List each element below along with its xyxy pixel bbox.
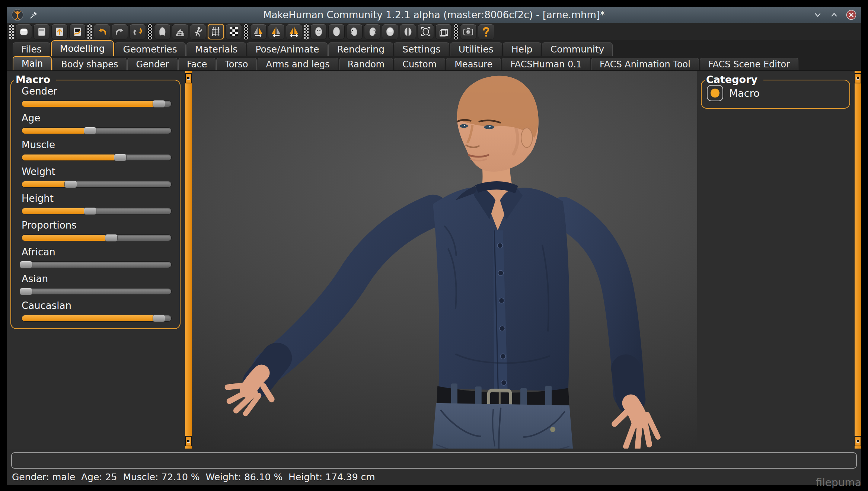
tab-custom[interactable]: Custom	[394, 58, 445, 70]
tab-pose-animate[interactable]: Pose/Animate	[247, 42, 328, 56]
symmetry-left-button[interactable]	[268, 24, 284, 39]
slider-handle[interactable]	[153, 100, 165, 108]
smooth-view-button[interactable]	[154, 24, 170, 39]
radio-button-selected[interactable]	[707, 85, 723, 101]
undo-button[interactable]	[94, 24, 110, 39]
close-window-button[interactable]	[846, 9, 857, 20]
left-splitter[interactable]	[185, 71, 192, 449]
grid-view-button[interactable]	[208, 24, 224, 39]
slider-handle[interactable]	[105, 234, 118, 242]
progress-bar	[11, 452, 857, 469]
view-left-button[interactable]	[346, 24, 363, 39]
shade-window-button[interactable]	[813, 10, 823, 20]
view-split-icon	[402, 26, 414, 37]
grab-screen-icon	[462, 26, 474, 38]
splitter-grip[interactable]	[855, 436, 861, 446]
save-model-button[interactable]	[51, 24, 68, 39]
tab-facs-scene-editor[interactable]: FACS Scene Editor	[700, 58, 798, 70]
pin-icon[interactable]	[29, 10, 39, 20]
titlebar[interactable]: MakeHuman Community 1.2.1 alpha (master:…	[7, 7, 861, 23]
tab-community[interactable]: Community	[542, 42, 613, 56]
splitter-grip[interactable]	[185, 436, 192, 446]
export-model-icon	[72, 26, 83, 37]
muscle-slider[interactable]	[22, 154, 172, 161]
age-slider[interactable]	[22, 127, 172, 134]
tab-measure[interactable]: Measure	[446, 58, 501, 70]
tab-rendering[interactable]: Rendering	[328, 42, 393, 56]
slider-proportions: Proportions	[16, 215, 175, 242]
slider-handle[interactable]	[114, 154, 127, 161]
symmetry-toggle-button[interactable]	[286, 24, 302, 39]
view-back-icon	[331, 26, 342, 37]
toolbar	[7, 23, 861, 40]
export-model-button[interactable]	[69, 24, 86, 39]
tab-random[interactable]: Random	[339, 58, 393, 70]
splitter-grip[interactable]	[185, 73, 192, 83]
radio-dot	[711, 89, 719, 98]
view-right-button[interactable]	[364, 24, 380, 39]
view-front-button[interactable]	[310, 24, 327, 39]
slider-caucasian: Caucasian	[16, 296, 175, 322]
reset-model-button[interactable]	[130, 24, 146, 39]
tab-torso[interactable]: Torso	[216, 58, 256, 70]
tab-body-shapes[interactable]: Body shapes	[52, 58, 127, 70]
slider-handle[interactable]	[64, 181, 77, 188]
symmetry-right-button[interactable]	[250, 24, 267, 39]
tab-modelling[interactable]: Modelling	[51, 40, 114, 56]
tab-settings[interactable]: Settings	[394, 42, 449, 56]
tab-help[interactable]: Help	[503, 42, 541, 56]
window-title: MakeHuman Community 1.2.1 alpha (master:…	[7, 9, 861, 20]
view-scene-box-button[interactable]	[435, 24, 452, 39]
slider-label: Gender	[22, 86, 172, 97]
slider-handle[interactable]	[84, 127, 96, 134]
asian-slider[interactable]	[22, 288, 172, 295]
macro-groupbox: Macro Gender Age Muscle	[10, 80, 181, 329]
tab-materials[interactable]: Materials	[186, 42, 246, 56]
viewport-3d[interactable]	[192, 71, 697, 449]
view-orthographic-button[interactable]	[418, 24, 434, 39]
tab-arms-and-legs[interactable]: Arms and legs	[258, 58, 338, 70]
pose-view-button[interactable]	[190, 24, 206, 39]
uv-checker-view-icon	[228, 26, 239, 37]
caucasian-slider[interactable]	[22, 315, 172, 322]
unshade-window-button[interactable]	[829, 10, 839, 20]
view-top-button[interactable]	[382, 24, 398, 39]
wireframe-view-button[interactable]	[172, 24, 188, 39]
load-model-button[interactable]	[33, 24, 50, 39]
right-splitter[interactable]	[855, 71, 861, 449]
view-back-button[interactable]	[328, 24, 345, 39]
tab-face[interactable]: Face	[178, 58, 216, 70]
tab-files[interactable]: Files	[13, 42, 50, 56]
pose-view-icon	[192, 26, 204, 37]
slider-handle[interactable]	[20, 288, 32, 295]
tab-utilities[interactable]: Utilities	[450, 42, 502, 56]
help-button[interactable]	[478, 24, 494, 39]
smooth-view-icon	[157, 26, 168, 37]
slider-handle[interactable]	[153, 315, 165, 322]
grab-screen-button[interactable]	[460, 24, 476, 39]
height-slider[interactable]	[22, 208, 172, 214]
african-slider[interactable]	[22, 261, 172, 268]
redo-button[interactable]	[112, 24, 128, 39]
tab-gender[interactable]: Gender	[127, 58, 177, 70]
slider-handle[interactable]	[84, 207, 96, 215]
slider-label: Weight	[22, 166, 172, 177]
redo-icon	[114, 26, 126, 38]
tab-facshuman[interactable]: FACSHuman 0.1	[502, 58, 590, 70]
tab-main[interactable]: Main	[13, 56, 52, 70]
weight-slider[interactable]	[22, 181, 172, 188]
tab-geometries[interactable]: Geometries	[115, 42, 186, 56]
uv-checker-view-button[interactable]	[226, 24, 242, 39]
save-model-icon	[54, 26, 65, 37]
gender-slider[interactable]	[22, 101, 172, 107]
splitter-grip[interactable]	[855, 73, 861, 83]
slider-handle[interactable]	[20, 261, 32, 268]
view-split-button[interactable]	[400, 24, 416, 39]
new-model-button[interactable]	[16, 24, 32, 39]
grid-view-icon	[210, 26, 221, 37]
wireframe-view-icon	[175, 26, 186, 37]
tab-facs-animation-tool[interactable]: FACS Animation Tool	[591, 58, 699, 70]
load-model-icon	[36, 26, 47, 37]
category-panel: Category Macro	[697, 71, 855, 449]
proportions-slider[interactable]	[22, 235, 172, 241]
